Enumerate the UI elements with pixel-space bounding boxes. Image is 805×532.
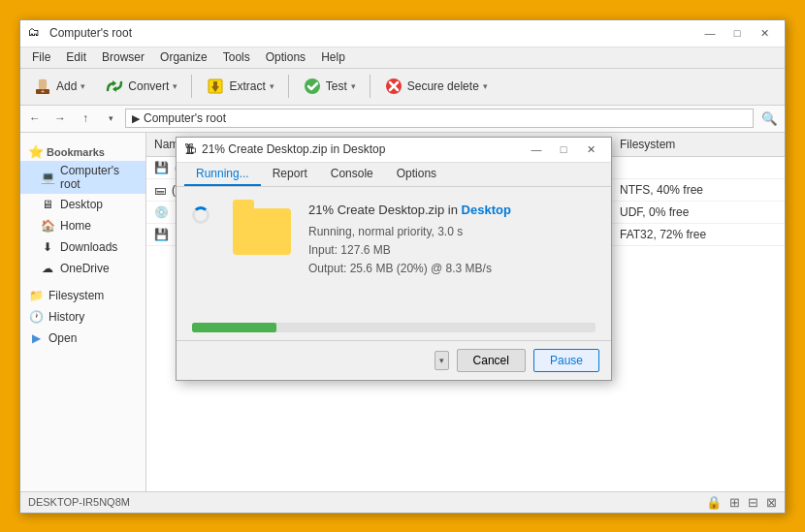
convert-icon bbox=[105, 77, 124, 96]
dialog-title-bar: 🗜 21% Create Desktop.zip in Desktop — □ … bbox=[177, 138, 611, 163]
dialog-maximize-button[interactable]: □ bbox=[551, 140, 576, 159]
add-button[interactable]: + Add ▾ bbox=[24, 72, 94, 101]
floppy-icon: 💾 bbox=[154, 161, 169, 174]
footer-dropdown-button[interactable]: ▾ bbox=[435, 351, 449, 370]
sidebar: ⭐ Bookmarks 💻 Computer's root 🖥 Desktop … bbox=[20, 133, 146, 491]
dialog-output-detail: Output: 25.6 MB (20%) @ 8.3 MB/s bbox=[308, 260, 596, 278]
lock-icon[interactable]: 🔒 bbox=[706, 495, 722, 510]
extract-button[interactable]: Extract ▾ bbox=[197, 72, 282, 101]
test-icon bbox=[303, 77, 322, 96]
dialog-content: 21% Create Desktop.zip in Desktop Runnin… bbox=[177, 187, 611, 323]
up-button[interactable]: ↑ bbox=[75, 108, 96, 129]
sidebar-item-label: Open bbox=[48, 331, 77, 345]
file-fs-cell: NTFS, 40% free bbox=[612, 183, 728, 197]
extract-label: Extract bbox=[229, 79, 265, 93]
cloud-icon: ☁ bbox=[40, 261, 55, 276]
close-button[interactable]: ✕ bbox=[752, 23, 777, 43]
list-icon[interactable]: ⊟ bbox=[748, 495, 758, 510]
grid-icon[interactable]: ⊞ bbox=[729, 495, 740, 510]
secure-delete-button[interactable]: Secure delete ▾ bbox=[375, 72, 497, 101]
sidebar-item-open[interactable]: ▶ Open bbox=[20, 328, 145, 349]
sidebar-item-computers-root[interactable]: 💻 Computer's root bbox=[20, 161, 145, 194]
svg-rect-8 bbox=[213, 81, 217, 86]
add-dropdown-arrow[interactable]: ▾ bbox=[80, 81, 85, 91]
secure-delete-icon bbox=[384, 77, 403, 96]
test-dropdown-arrow[interactable]: ▾ bbox=[351, 81, 356, 91]
dialog-running-detail: Running, normal priority, 3.0 s bbox=[308, 223, 596, 241]
menu-bar: File Edit Browser Organize Tools Options… bbox=[20, 47, 785, 69]
filesystem-icon: 📁 bbox=[28, 288, 44, 303]
pause-button[interactable]: Pause bbox=[533, 349, 599, 372]
col-header-fs[interactable]: Filesystem bbox=[612, 136, 728, 153]
file-fs-cell: UDF, 0% free bbox=[612, 205, 728, 219]
sidebar-item-onedrive[interactable]: ☁ OneDrive bbox=[20, 258, 145, 279]
disc-icon: 💿 bbox=[154, 205, 169, 219]
extract-dropdown-arrow[interactable]: ▾ bbox=[270, 81, 274, 91]
cancel-button[interactable]: Cancel bbox=[457, 349, 526, 372]
address-path[interactable]: ▶ Computer's root bbox=[125, 109, 754, 128]
add-label: Add bbox=[56, 79, 77, 93]
minimize-button[interactable]: — bbox=[697, 23, 723, 43]
status-text: DESKTOP-IR5NQ8M bbox=[28, 496, 130, 508]
menu-options[interactable]: Options bbox=[258, 48, 313, 66]
address-bar: ← → ↑ ▾ ▶ Computer's root 🔍 bbox=[20, 106, 785, 133]
path-dropdown-button[interactable]: ▾ bbox=[100, 108, 121, 129]
dialog-input-detail: Input: 127.6 MB bbox=[308, 241, 596, 260]
test-button[interactable]: Test ▾ bbox=[294, 72, 365, 101]
tab-console[interactable]: Console bbox=[319, 163, 385, 186]
maximize-button[interactable]: □ bbox=[724, 23, 750, 43]
forward-button[interactable]: → bbox=[49, 108, 71, 129]
dialog-folder-icon bbox=[231, 203, 293, 265]
toolbar: + Add ▾ Convert ▾ bbox=[20, 69, 785, 106]
dialog-app-icon: 🗜 bbox=[184, 142, 196, 156]
secure-delete-dropdown-arrow[interactable]: ▾ bbox=[483, 81, 488, 91]
progress-spinner bbox=[192, 206, 209, 224]
sidebar-item-downloads[interactable]: ⬇ Downloads bbox=[20, 236, 145, 258]
secure-delete-label: Secure delete bbox=[407, 79, 479, 93]
path-icon: ▶ bbox=[132, 112, 140, 125]
status-bar: DESKTOP-IR5NQ8M 🔒 ⊞ ⊟ ⊠ bbox=[20, 491, 785, 513]
window-title: Computer's root bbox=[49, 26, 132, 40]
sidebar-item-label: OneDrive bbox=[60, 262, 110, 275]
menu-organize[interactable]: Organize bbox=[152, 48, 215, 66]
localdisk-icon: 🖴 bbox=[154, 183, 166, 197]
panel-icon[interactable]: ⊠ bbox=[766, 495, 777, 510]
sidebar-item-label: History bbox=[48, 310, 84, 324]
menu-browser[interactable]: Browser bbox=[94, 48, 152, 66]
progress-bar-bg bbox=[192, 323, 596, 332]
open-icon: ▶ bbox=[28, 330, 44, 346]
sidebar-item-history[interactable]: 🕐 History bbox=[20, 306, 145, 328]
drive-icon: 💾 bbox=[154, 228, 169, 241]
dialog-title-controls: — □ ✕ bbox=[524, 140, 603, 159]
dialog-tabs: Running... Report Console Options bbox=[177, 163, 611, 187]
svg-marker-4 bbox=[113, 80, 116, 86]
search-button[interactable]: 🔍 bbox=[757, 108, 781, 129]
tab-running[interactable]: Running... bbox=[184, 163, 261, 186]
dialog-info: 21% Create Desktop.zip in Desktop Runnin… bbox=[308, 203, 596, 307]
dialog-minimize-button[interactable]: — bbox=[524, 140, 549, 159]
tab-report[interactable]: Report bbox=[261, 163, 319, 186]
svg-text:+: + bbox=[41, 88, 45, 95]
computer-icon: 💻 bbox=[40, 170, 55, 185]
convert-dropdown-arrow[interactable]: ▾ bbox=[173, 81, 177, 91]
dialog-progress-area bbox=[177, 323, 611, 340]
menu-file[interactable]: File bbox=[24, 48, 58, 66]
tab-options[interactable]: Options bbox=[385, 163, 448, 186]
convert-button[interactable]: Convert ▾ bbox=[96, 72, 186, 101]
svg-marker-5 bbox=[113, 86, 116, 92]
sidebar-item-label: Downloads bbox=[60, 240, 117, 254]
sidebar-item-desktop[interactable]: 🖥 Desktop bbox=[20, 194, 145, 215]
back-button[interactable]: ← bbox=[24, 108, 46, 129]
menu-edit[interactable]: Edit bbox=[58, 48, 94, 66]
app-icon: 🗂 bbox=[28, 25, 44, 41]
menu-tools[interactable]: Tools bbox=[215, 48, 258, 66]
bookmarks-section-label: ⭐ Bookmarks bbox=[20, 141, 145, 161]
convert-label: Convert bbox=[128, 79, 169, 93]
sidebar-item-filesystem[interactable]: 📁 Filesystem bbox=[20, 285, 145, 306]
menu-help[interactable]: Help bbox=[313, 48, 353, 66]
dialog-close-button[interactable]: ✕ bbox=[578, 140, 603, 159]
history-icon: 🕐 bbox=[28, 309, 44, 325]
desktop-icon: 🖥 bbox=[40, 197, 55, 212]
sidebar-item-home[interactable]: 🏠 Home bbox=[20, 215, 145, 236]
path-text: Computer's root bbox=[144, 111, 226, 125]
